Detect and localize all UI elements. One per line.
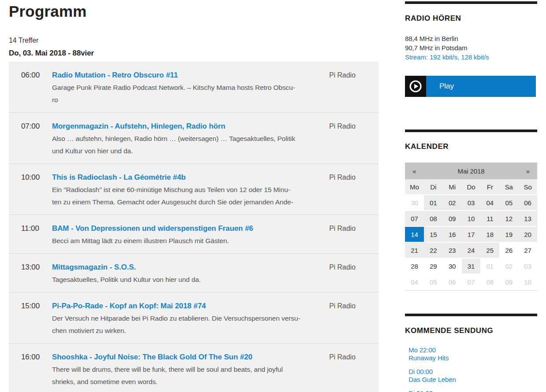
entry-station: Pi Radio — [329, 261, 379, 286]
weekday-label: Mo — [405, 179, 424, 195]
entry-title-link[interactable]: Pi-Pa-Po-Rade - Kopf an Kopf: Mai 2018 #… — [52, 300, 206, 312]
weekday-label: Do — [462, 179, 481, 195]
radio-listen-section: RADIO HÖREN 88,4 MHz in Berlin 90,7 MHz … — [405, 1, 537, 97]
calendar-day[interactable]: 02 — [443, 195, 462, 211]
calendar-week-row: 07 08 09 10 11 12 13 — [405, 211, 537, 227]
calendar-day: 26 — [499, 243, 518, 259]
page-title: Programm — [9, 3, 379, 20]
calendar-day[interactable]: 11 — [480, 211, 499, 227]
calendar-day[interactable]: 24 — [462, 243, 481, 259]
entry-description: Becci am Mittag lädt zu einem illustren … — [52, 235, 316, 247]
entry-station: Pi Radio — [329, 69, 379, 106]
upcoming-show-link[interactable]: Di 01:00 88vier — [409, 389, 537, 392]
calendar-day: 30 — [443, 259, 462, 274]
calendar-day[interactable]: 01 — [424, 195, 443, 211]
upcoming-show-link[interactable]: Mo 22:00 Runaway Hits — [409, 346, 537, 362]
calendar-day[interactable]: 12 — [499, 211, 518, 227]
calendar-week-row: 30 01 02 03 04 05 06 — [405, 195, 537, 211]
calendar-day-selected[interactable]: 14 — [405, 227, 424, 243]
weekday-label: Mi — [443, 179, 462, 195]
calendar-day[interactable]: 20 — [518, 227, 537, 243]
calendar-day: 07 — [462, 274, 481, 290]
calendar-day[interactable]: 21 — [405, 243, 424, 259]
program-entry: 16:00 Shooshka - Joyful Noise: The Black… — [9, 343, 379, 392]
play-button[interactable]: Play — [405, 76, 536, 97]
frequency-berlin: 88,4 MHz in Berlin — [405, 34, 537, 43]
upcoming-heading: KOMMENDE SENDUNG — [405, 326, 537, 335]
entry-title-link[interactable]: This is Radioclash - La Géométrie #4b — [52, 171, 186, 184]
calendar-next-icon[interactable]: » — [526, 167, 537, 175]
calendar-day[interactable]: 05 — [499, 195, 518, 211]
calendar-day[interactable]: 31 — [462, 259, 481, 274]
calendar-day[interactable]: 18 — [480, 227, 499, 243]
calendar-day[interactable]: 08 — [424, 211, 443, 227]
stream-link-128[interactable]: 128 kbit/s — [461, 53, 489, 61]
calendar-day[interactable]: 06 — [518, 195, 537, 211]
calendar-day: 10 — [518, 274, 537, 290]
calendar-day[interactable]: 10 — [462, 211, 481, 227]
entry-time: 07:00 — [21, 120, 52, 157]
results-count: 14 Treffer — [9, 37, 379, 44]
entry-station: Pi Radio — [329, 300, 379, 337]
entry-title-link[interactable]: Shooshka - Joyful Noise: The Black Gold … — [52, 351, 253, 363]
program-entry: 06:00 Radio Mutation - Retro Obscuro #11… — [9, 62, 379, 112]
section-divider-bar — [405, 129, 537, 132]
entry-time: 06:00 — [21, 69, 52, 106]
entry-description: Tagesaktuelles, Politik und Kultur von h… — [52, 274, 316, 286]
entry-time: 10:00 — [21, 171, 52, 208]
calendar-week-row: 21 22 23 24 25 26 27 — [405, 243, 537, 259]
program-entry: 15:00 Pi-Pa-Po-Rade - Kopf an Kopf: Mai … — [9, 292, 379, 343]
entry-description: Garage Punk Pirate Radio Podcast Network… — [52, 81, 316, 106]
entry-station: Pi Radio — [329, 120, 379, 157]
calendar-day: 02 — [499, 259, 518, 274]
play-button-label: Play — [439, 82, 454, 91]
calendar-week-row: 28 29 30 31 01 02 03 — [405, 259, 537, 274]
weekday-label: So — [518, 179, 537, 195]
calendar-prev-icon[interactable]: « — [405, 167, 416, 175]
calendar-day[interactable]: 16 — [443, 227, 462, 243]
calendar-day[interactable]: 22 — [424, 243, 443, 259]
calendar-day[interactable]: 07 — [405, 211, 424, 227]
entry-title-link[interactable]: Radio Mutation - Retro Obscuro #11 — [52, 69, 178, 81]
weekday-label: Sa — [499, 179, 518, 195]
entry-title-link[interactable]: BAM - Von Depressionen und widerspenstig… — [52, 222, 253, 235]
program-main: Programm 14 Treffer Do, 03. Mai 2018 - 8… — [9, 0, 379, 392]
calendar-week-row: 14 15 16 17 18 19 20 — [405, 227, 537, 243]
stream-link-192[interactable]: Stream: 192 kbit/s — [405, 53, 457, 61]
entry-time: 15:00 — [21, 300, 52, 337]
weekday-label: Fr — [480, 179, 499, 195]
calendar-day: 29 — [424, 259, 443, 274]
upcoming-show-title: Runaway Hits — [409, 354, 537, 362]
calendar-day[interactable]: 15 — [424, 227, 443, 243]
calendar-day[interactable]: 17 — [462, 227, 481, 243]
frequency-potsdam: 90,7 MHz in Potsdam — [405, 43, 537, 52]
upcoming-list: Mo 22:00 Runaway Hits Di 00:00 Das Gute … — [405, 346, 537, 392]
calendar-day: 04 — [405, 274, 424, 290]
entry-time: 13:00 — [21, 261, 52, 286]
radio-listen-heading: RADIO HÖREN — [405, 14, 537, 23]
calendar-day[interactable]: 03 — [462, 195, 481, 211]
calendar-day[interactable]: 04 — [480, 195, 499, 211]
calendar-day: 06 — [443, 274, 462, 290]
calendar-day[interactable]: 23 — [443, 243, 462, 259]
upcoming-show-time: Di 00:00 — [409, 368, 537, 376]
program-entry: 10:00 This is Radioclash - La Géométrie … — [9, 163, 379, 214]
calendar-day[interactable]: 13 — [518, 211, 537, 227]
entry-time: 16:00 — [21, 351, 52, 388]
calendar-day[interactable]: 25 — [480, 243, 499, 259]
upcoming-show-link[interactable]: Di 00:00 Das Gute Leben — [409, 368, 537, 383]
program-entry: 07:00 Morgenmagazin - Aufstehn, Hinlegen… — [9, 112, 379, 163]
calendar-week-row: 04 05 06 07 08 09 10 — [405, 274, 537, 290]
program-entry: 13:00 Mittagsmagazin - S.O.S. Tagesaktue… — [9, 253, 379, 292]
calendar-day: 01 — [480, 259, 499, 274]
entry-title-link[interactable]: Mittagsmagazin - S.O.S. — [52, 261, 136, 274]
calendar-day[interactable]: 19 — [499, 227, 518, 243]
entry-station: Pi Radio — [329, 171, 379, 208]
stream-separator: , — [457, 53, 461, 61]
calendar-day: 27 — [518, 243, 537, 259]
page-layout: Programm 14 Treffer Do, 03. Mai 2018 - 8… — [0, 0, 546, 392]
calendar-day: 08 — [480, 274, 499, 290]
calendar-day[interactable]: 09 — [443, 211, 462, 227]
calendar: « Mai 2018 » Mo Di Mi Do Fr Sa So 30 01 … — [405, 163, 537, 291]
entry-title-link[interactable]: Morgenmagazin - Aufstehn, Hinlegen, Radi… — [52, 120, 225, 133]
